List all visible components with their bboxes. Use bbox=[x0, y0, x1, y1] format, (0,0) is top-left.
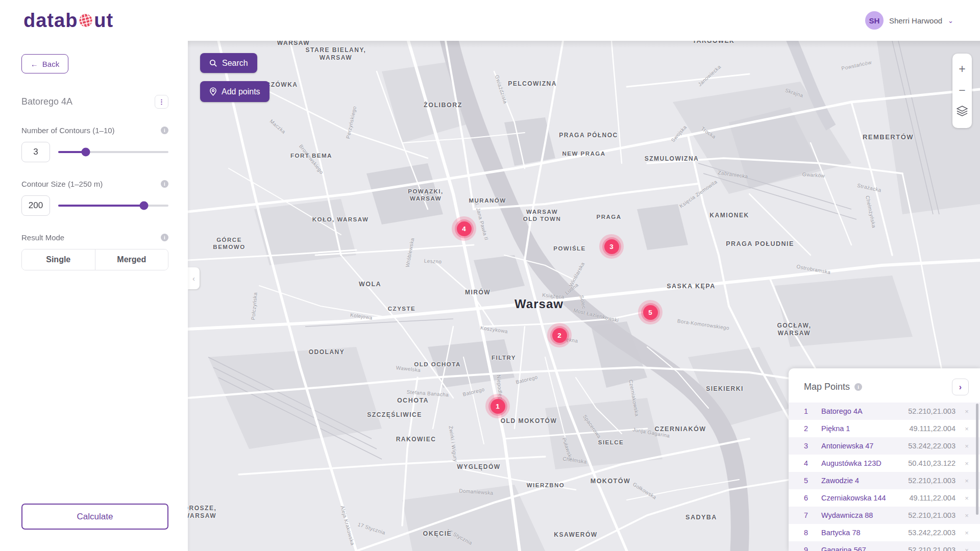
contours-slider[interactable] bbox=[58, 151, 168, 153]
table-row[interactable]: 8Bartycka 7853.242,22.003× bbox=[789, 524, 980, 541]
district-label: OROSZE, WARSAW bbox=[188, 505, 216, 520]
remove-point-icon[interactable]: × bbox=[964, 512, 970, 519]
remove-point-icon[interactable]: × bbox=[964, 460, 970, 467]
point-name-link[interactable]: Czerniakowska 144 bbox=[821, 494, 909, 502]
map-marker-5[interactable]: 5 bbox=[638, 300, 663, 324]
result-mode-single-button[interactable]: Single bbox=[22, 249, 95, 270]
databout-logo[interactable]: datab ut bbox=[23, 9, 113, 33]
map-marker-4[interactable]: 4 bbox=[452, 216, 476, 241]
map-points-panel: Map Points i › 1Batorego 4A52.210,21.003… bbox=[789, 368, 980, 551]
point-index: 4 bbox=[804, 459, 821, 467]
marker-number: 2 bbox=[552, 328, 567, 343]
app-header: datab ut SH Sherri Harwood ⌄ bbox=[0, 0, 980, 41]
district-label: FILTRY bbox=[492, 354, 516, 361]
district-label: SIELCE bbox=[598, 439, 624, 446]
district-label: POWĄZKI, WARSAW bbox=[408, 188, 444, 203]
remove-point-icon[interactable]: × bbox=[964, 529, 970, 537]
contour-size-input[interactable] bbox=[21, 195, 50, 216]
remove-point-icon[interactable]: × bbox=[964, 442, 970, 450]
point-index: 2 bbox=[804, 424, 821, 433]
remove-point-icon[interactable]: × bbox=[964, 494, 970, 502]
point-coordinates: 53.242,22.003 bbox=[908, 442, 955, 450]
point-name-link[interactable]: Bartycka 78 bbox=[821, 529, 908, 537]
info-icon[interactable]: i bbox=[161, 127, 168, 134]
chevron-down-icon: ⌄ bbox=[948, 17, 953, 24]
zoom-in-button[interactable]: + bbox=[959, 63, 965, 75]
table-row[interactable]: 1Batorego 4A52.210,21.003× bbox=[789, 403, 980, 420]
table-row[interactable]: 6Czerniakowska 14449.111,22.004× bbox=[789, 489, 980, 507]
table-row[interactable]: 4Augustówka 123D50.410,23.122× bbox=[789, 455, 980, 472]
user-name: Sherri Harwood bbox=[889, 16, 942, 25]
point-name-link[interactable]: Batorego 4A bbox=[821, 407, 908, 415]
district-label: GOCŁAW, WARSAW bbox=[777, 322, 811, 337]
remove-point-icon[interactable]: × bbox=[964, 546, 970, 551]
district-label: CZERNIAKÓW bbox=[654, 425, 706, 434]
table-row[interactable]: 3Antoniewska 4753.242,22.003× bbox=[789, 437, 980, 455]
point-coordinates: 52.210,21.003 bbox=[908, 407, 955, 415]
map-marker-2[interactable]: 2 bbox=[547, 323, 572, 347]
back-arrow-icon: ← bbox=[31, 60, 38, 68]
point-name-link[interactable]: Augustówka 123D bbox=[821, 459, 908, 467]
district-label: NEW PRAGA bbox=[562, 150, 605, 157]
globe-icon bbox=[78, 9, 94, 33]
layers-button[interactable] bbox=[957, 106, 968, 118]
info-icon[interactable]: i bbox=[161, 180, 168, 188]
layers-icon bbox=[957, 106, 968, 116]
district-label: POWIŚLE bbox=[553, 245, 586, 252]
table-row[interactable]: 9Gagarina 56752.210,21.003× bbox=[789, 541, 980, 551]
remove-point-icon[interactable]: × bbox=[964, 425, 970, 433]
result-mode-merged-button[interactable]: Merged bbox=[95, 249, 168, 270]
calculate-button[interactable]: Calculate bbox=[21, 504, 168, 530]
marker-number: 1 bbox=[491, 399, 505, 414]
info-icon[interactable]: i bbox=[161, 234, 168, 241]
add-points-button[interactable]: Add points bbox=[200, 81, 270, 102]
contour-size-slider-thumb[interactable] bbox=[140, 202, 149, 210]
table-row[interactable]: 2Piękna 149.111,22.004× bbox=[789, 420, 980, 437]
back-label: Back bbox=[42, 60, 59, 68]
point-name-link[interactable]: Antoniewska 47 bbox=[821, 442, 908, 450]
user-menu[interactable]: SH Sherri Harwood ⌄ bbox=[865, 11, 953, 30]
logo-text-suffix: ut bbox=[94, 10, 113, 32]
point-coordinates: 52.210,21.003 bbox=[908, 511, 955, 519]
search-button[interactable]: Search bbox=[200, 53, 257, 73]
map-marker-3[interactable]: 3 bbox=[599, 234, 624, 259]
sidebar-collapse-handle[interactable]: ‹ bbox=[188, 267, 200, 289]
point-coordinates: 53.242,22.003 bbox=[908, 529, 955, 537]
district-label: SZMULOWIZNA bbox=[645, 155, 699, 163]
table-row[interactable]: 7Wydawnicza 8852.210,21.003× bbox=[789, 507, 980, 524]
map-canvas[interactable]: WARSAWSTARE BIELANY, WARSAWTARGÓWEKCZÓWK… bbox=[188, 41, 980, 551]
point-coordinates: 52.210,21.003 bbox=[908, 546, 955, 551]
kebab-menu-button[interactable]: ⋮ bbox=[155, 95, 168, 109]
city-label-warsaw: Warsaw bbox=[514, 296, 564, 312]
back-button[interactable]: ← Back bbox=[21, 54, 68, 73]
remove-point-icon[interactable]: × bbox=[964, 408, 970, 415]
panel-expand-button[interactable]: › bbox=[952, 379, 969, 395]
info-icon[interactable]: i bbox=[854, 383, 862, 391]
district-label: KSAWERÓW bbox=[554, 531, 597, 539]
point-name-link[interactable]: Piękna 1 bbox=[821, 424, 909, 433]
street-label: Leszno bbox=[424, 258, 442, 265]
contour-size-label: Contour Size (1–250 m) bbox=[21, 180, 103, 188]
point-name-link[interactable]: Wydawnicza 88 bbox=[821, 511, 908, 519]
district-label: SADYBA bbox=[685, 514, 717, 522]
district-label: OCHOTA bbox=[397, 397, 429, 405]
point-name-link[interactable]: Gagarina 567 bbox=[821, 546, 908, 551]
table-row[interactable]: 5Zawodzie 452.210,21.003× bbox=[789, 472, 980, 489]
remove-point-icon[interactable]: × bbox=[964, 477, 970, 485]
map-marker-1[interactable]: 1 bbox=[485, 394, 510, 418]
district-label: ŻOLIBORZ bbox=[424, 102, 462, 110]
result-mode-toggle: Single Merged bbox=[21, 249, 168, 270]
district-label: CZYSTE bbox=[388, 305, 415, 312]
zoom-out-button[interactable]: − bbox=[959, 85, 965, 96]
scrollbar-thumb[interactable] bbox=[976, 404, 978, 515]
district-label: PRAGA PÓŁNOC bbox=[559, 132, 618, 139]
contours-slider-thumb[interactable] bbox=[82, 148, 90, 157]
map-points-title: Map Points bbox=[804, 382, 850, 392]
marker-number: 5 bbox=[643, 305, 658, 320]
district-label: KOŁO, WARSAW bbox=[312, 216, 369, 223]
district-label: PELCOWIZNA bbox=[508, 80, 557, 88]
district-label: PRAGA bbox=[596, 213, 621, 220]
contour-size-slider[interactable] bbox=[58, 205, 168, 207]
point-name-link[interactable]: Zawodzie 4 bbox=[821, 477, 908, 485]
contours-input[interactable] bbox=[21, 142, 50, 162]
